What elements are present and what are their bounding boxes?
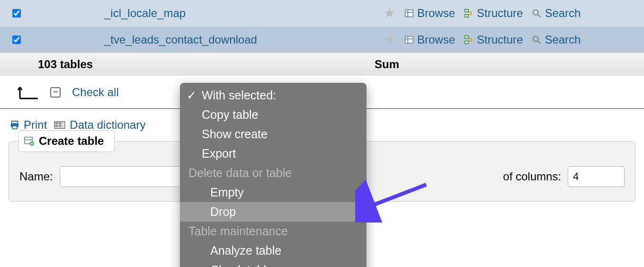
svg-rect-19 <box>59 123 62 125</box>
svg-rect-7 <box>405 36 413 43</box>
search-link[interactable]: Search <box>531 33 581 46</box>
table-row: _tve_leads_contact_download ★ Browse Str… <box>0 27 644 53</box>
svg-rect-21 <box>59 125 62 127</box>
svg-point-12 <box>533 36 538 41</box>
search-icon <box>531 8 542 18</box>
summary-row: 103 tables Sum <box>0 53 644 76</box>
structure-link[interactable]: Structure <box>464 7 523 20</box>
dictionary-icon <box>54 120 66 130</box>
sum-label: Sum <box>375 58 399 71</box>
menu-item[interactable]: Analyze table <box>180 241 367 260</box>
svg-rect-10 <box>465 36 468 38</box>
name-label: Name: <box>19 170 53 183</box>
svg-rect-11 <box>465 41 468 44</box>
star-icon[interactable]: ★ <box>384 32 395 47</box>
annotation-arrow-icon <box>355 180 431 222</box>
svg-line-25 <box>365 185 426 208</box>
browse-label: Browse <box>417 7 455 20</box>
svg-rect-18 <box>55 123 58 125</box>
svg-rect-3 <box>465 9 468 12</box>
data-dictionary-link[interactable]: Data dictionary <box>54 118 145 132</box>
menu-item[interactable]: Export <box>180 144 367 163</box>
columns-count-input[interactable] <box>568 166 625 187</box>
print-icon <box>9 120 20 130</box>
browse-link[interactable]: Browse <box>404 33 455 46</box>
row-checkbox-cell <box>0 9 33 18</box>
data-dictionary-label: Data dictionary <box>70 118 145 132</box>
search-icon <box>531 35 542 45</box>
row-checkbox[interactable] <box>12 9 21 18</box>
menu-group-label: Delete data or table <box>180 163 367 183</box>
create-table-label: Create table <box>39 134 104 148</box>
svg-point-5 <box>533 9 538 15</box>
svg-line-6 <box>538 14 541 17</box>
search-link[interactable]: Search <box>531 7 581 20</box>
svg-rect-20 <box>55 125 58 127</box>
structure-icon <box>464 8 474 18</box>
print-label: Print <box>24 118 47 132</box>
structure-link[interactable]: Structure <box>464 33 523 46</box>
star-icon[interactable]: ★ <box>384 5 395 21</box>
table-row: _icl_locale_map ★ Browse Structure Searc… <box>0 0 644 27</box>
tables-count: 103 tables <box>38 58 93 71</box>
menu-item[interactable]: Show create <box>180 125 367 144</box>
table-name-cell: _icl_locale_map <box>33 7 384 20</box>
structure-icon <box>464 35 474 45</box>
with-selected-menu[interactable]: With selected:Copy tableShow createExpor… <box>180 83 367 267</box>
indeterminate-checkbox[interactable]: − <box>50 87 61 98</box>
menu-group-label: Table maintenance <box>180 222 367 241</box>
svg-rect-14 <box>12 121 18 124</box>
browse-link[interactable]: Browse <box>404 7 455 20</box>
table-name-link[interactable]: _icl_locale_map <box>104 7 186 19</box>
create-table-button[interactable]: Create table <box>18 130 115 152</box>
menu-item[interactable]: With selected: <box>180 86 367 105</box>
row-checkbox-cell <box>0 36 33 44</box>
svg-rect-0 <box>405 9 413 17</box>
structure-label: Structure <box>477 33 523 46</box>
row-actions: ★ Browse Structure Search <box>384 5 581 21</box>
arrow-up-icon <box>17 84 39 100</box>
svg-rect-4 <box>465 14 468 17</box>
row-checkbox[interactable] <box>12 36 21 44</box>
print-link[interactable]: Print <box>9 118 47 132</box>
menu-item[interactable]: Copy table <box>180 105 367 125</box>
row-actions: ★ Browse Structure Search <box>384 32 581 47</box>
columns-label: of columns: <box>503 170 561 183</box>
table-icon <box>404 35 414 45</box>
table-name-link[interactable]: _tve_leads_contact_download <box>104 33 257 46</box>
browse-label: Browse <box>417 33 455 46</box>
svg-line-13 <box>538 41 541 44</box>
menu-item[interactable]: Check table <box>180 260 367 267</box>
structure-label: Structure <box>477 7 523 20</box>
table-name-cell: _tve_leads_contact_download <box>33 33 384 46</box>
search-label: Search <box>545 33 581 46</box>
menu-item[interactable]: Empty <box>180 183 367 202</box>
svg-rect-16 <box>12 126 17 129</box>
create-table-icon <box>24 136 34 146</box>
search-label: Search <box>545 7 581 20</box>
check-all-link[interactable]: Check all <box>72 86 119 99</box>
menu-item[interactable]: Drop <box>180 202 367 222</box>
table-icon <box>404 8 414 18</box>
